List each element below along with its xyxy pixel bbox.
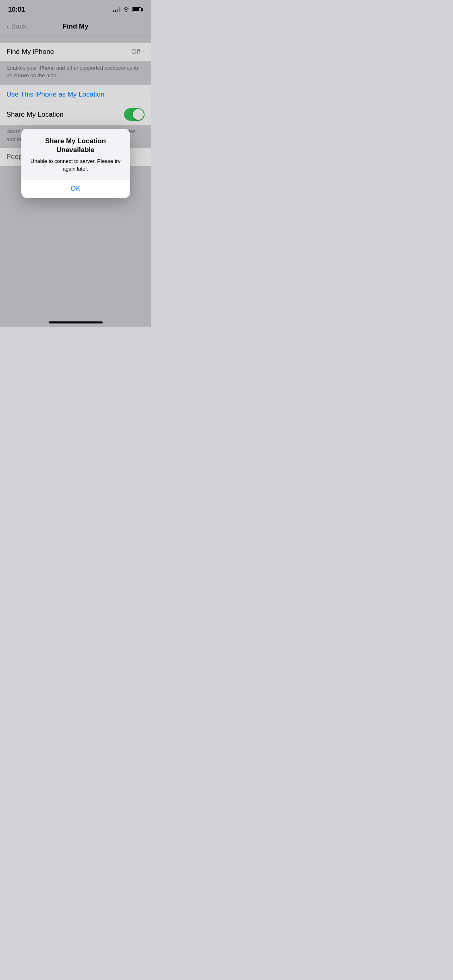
- modal-overlay: Share My Location Unavailable Unable to …: [0, 0, 151, 327]
- alert-ok-button[interactable]: OK: [21, 179, 130, 198]
- alert-title: Share My Location Unavailable: [28, 137, 124, 154]
- alert-dialog: Share My Location Unavailable Unable to …: [21, 129, 130, 198]
- alert-content: Share My Location Unavailable Unable to …: [21, 129, 130, 179]
- alert-actions: OK: [21, 179, 130, 198]
- alert-message: Unable to connect to server. Please try …: [28, 158, 124, 172]
